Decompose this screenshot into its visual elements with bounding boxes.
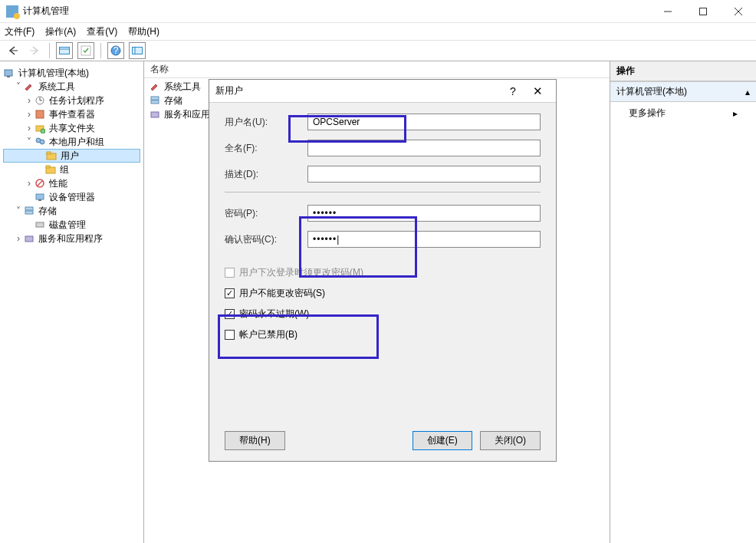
tree-perf[interactable]: › 性能 (3, 176, 140, 190)
new-user-dialog: 新用户 ? ✕ 用户名(U): OPCServer 全名(F): 描述(D): … (209, 79, 557, 462)
tree-localusers[interactable]: ˅ 本地用户和组 (3, 135, 140, 149)
svg-rect-35 (151, 112, 159, 117)
tree-groups-label: 组 (60, 163, 69, 176)
view-pane-button[interactable] (56, 42, 73, 59)
app-icon (6, 5, 18, 18)
svg-rect-1 (700, 8, 707, 15)
folder-icon (44, 163, 57, 176)
svg-rect-22 (47, 152, 51, 154)
list-item-label: 服务和应用 (164, 108, 210, 121)
computer-icon (3, 67, 15, 79)
divider (225, 192, 541, 193)
svg-rect-27 (36, 194, 44, 199)
share-icon (34, 122, 46, 134)
checkbox-icon (225, 309, 235, 319)
fullname-input[interactable] (307, 140, 541, 156)
close-button[interactable] (721, 0, 756, 23)
view-list-button[interactable] (129, 42, 146, 59)
svg-rect-6 (60, 48, 70, 54)
tree-task[interactable]: › 任务计划程序 (3, 94, 140, 107)
chevron-down-icon: ˅ (14, 81, 23, 92)
tree-groups[interactable]: 组 (3, 163, 140, 176)
menu-action[interactable]: 操作(A) (45, 25, 76, 38)
chevron-right-icon: › (25, 178, 34, 189)
check-cannotchange[interactable]: 用户不能更改密码(S) (225, 287, 541, 300)
services-icon (23, 232, 35, 245)
device-icon (34, 191, 46, 203)
chevron-down-icon: ˅ (14, 206, 23, 216)
svg-rect-24 (46, 166, 50, 168)
tree-systools[interactable]: ˅ 系统工具 (3, 80, 140, 94)
tree-devmgr[interactable]: 设备管理器 (3, 190, 140, 204)
window-title: 计算机管理 (23, 5, 650, 18)
menu-view[interactable]: 查看(V) (87, 25, 117, 38)
tree-event[interactable]: › 事件查看器 (3, 107, 140, 121)
actions-panel: 操作 计算机管理(本地) ▴ 更多操作 ▸ (610, 61, 756, 543)
dialog-title: 新用户 (215, 84, 501, 97)
chevron-down-icon: ˅ (25, 137, 34, 147)
tree-share[interactable]: › 共享文件夹 (3, 121, 140, 135)
tree-storage[interactable]: ˅ 存储 (3, 204, 140, 218)
menu-file[interactable]: 文件(F) (5, 25, 35, 38)
svg-rect-34 (151, 100, 159, 104)
storage-icon (149, 94, 161, 107)
nav-back-button[interactable] (5, 42, 21, 59)
actions-more[interactable]: 更多操作 ▸ (610, 102, 756, 124)
chevron-right-icon: ▸ (733, 108, 738, 119)
clock-icon (34, 94, 46, 107)
tree-services[interactable]: › 服务和应用程序 (3, 232, 140, 245)
chevron-right-icon: › (14, 233, 23, 244)
refresh-button[interactable] (77, 42, 94, 59)
check-disabled[interactable]: 帐户已禁用(B) (225, 328, 541, 341)
help-button[interactable]: 帮助(H) (225, 431, 285, 450)
dialog-close-button[interactable]: ✕ (525, 84, 550, 98)
svg-rect-28 (38, 199, 41, 201)
tree-systools-label: 系统工具 (38, 81, 75, 94)
toolbar: ? (0, 40, 756, 61)
create-button[interactable]: 创建(E) (413, 431, 472, 450)
menu-help[interactable]: 帮助(H) (128, 25, 159, 38)
tree-users-label: 用户 (61, 150, 79, 163)
dialog-help-button[interactable]: ? (501, 85, 525, 97)
svg-rect-31 (36, 222, 44, 227)
username-input[interactable]: OPCServer (307, 114, 541, 130)
dialog-titlebar: 新用户 ? ✕ (209, 80, 556, 103)
check-disabled-label: 帐户已禁用(B) (239, 328, 297, 341)
actions-header: 操作 (610, 61, 756, 81)
folder-icon (45, 150, 58, 162)
tree-diskmgr[interactable]: 磁盘管理 (3, 218, 140, 232)
check-neverexpire-label: 密码永不过期(W) (239, 308, 309, 321)
svg-rect-14 (7, 76, 10, 77)
check-neverexpire[interactable]: 密码永不过期(W) (225, 308, 541, 321)
desc-label: 描述(D): (225, 168, 307, 181)
tree-root[interactable]: 计算机管理(本地) (3, 66, 140, 80)
tool-icon (149, 81, 161, 93)
tree-localusers-label: 本地用户和组 (49, 136, 104, 149)
nav-fwd-button[interactable] (26, 42, 43, 59)
tool-icon (23, 81, 35, 93)
tree-diskmgr-label: 磁盘管理 (49, 219, 86, 232)
svg-rect-33 (151, 97, 159, 100)
checkbox-icon (225, 268, 235, 278)
tree-perf-label: 性能 (49, 177, 67, 190)
confirm-input[interactable]: ••••••| (307, 231, 541, 248)
help-button[interactable]: ? (107, 42, 124, 59)
tree-users[interactable]: 用户 (3, 149, 140, 163)
checkbox-icon (225, 330, 235, 340)
actions-context-label: 计算机管理(本地) (616, 85, 687, 98)
close-dlg-button[interactable]: 关闭(O) (480, 431, 541, 450)
password-input[interactable]: •••••• (307, 205, 541, 222)
svg-rect-32 (25, 236, 33, 242)
list-header-name[interactable]: 名称 (144, 61, 610, 78)
chevron-right-icon: › (25, 123, 34, 133)
no-icon (34, 177, 46, 189)
disk-icon (34, 219, 46, 231)
maximize-button[interactable] (685, 0, 721, 23)
chevron-right-icon: › (25, 95, 34, 106)
actions-more-label: 更多操作 (629, 107, 666, 120)
username-label: 用户名(U): (225, 116, 307, 129)
minimize-button[interactable] (650, 0, 685, 23)
svg-point-18 (41, 129, 45, 133)
desc-input[interactable] (307, 166, 541, 183)
actions-context[interactable]: 计算机管理(本地) ▴ (610, 81, 756, 102)
